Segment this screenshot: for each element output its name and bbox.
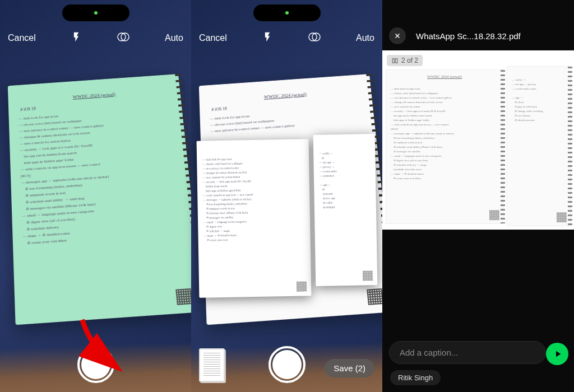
svg-point-3: [312, 33, 320, 41]
notebook-title: WWDC 2024 (actual): [73, 91, 116, 99]
notebook-subtitle: # iOS 18: [20, 106, 36, 112]
caption-input[interactable]: Add a caption...: [389, 341, 546, 364]
svg-rect-5: [396, 58, 397, 63]
notebook-subtitle: # iOS 18: [211, 106, 227, 112]
notebook-title: WWDC 2024 (actual): [264, 91, 307, 99]
notebook-page-highlighted: WWDC 2024 (actual) # iOS 18 — dark look …: [8, 74, 204, 325]
camera-screen-1: Cancel Auto WWDC 2024 (actual) # iOS 18 …: [0, 0, 191, 392]
page-indicator-text: 2 of 2: [401, 57, 418, 64]
camera-active-indicator: [285, 11, 289, 15]
recipient-chip[interactable]: Ritik Singh: [390, 370, 441, 385]
color-filter-icon[interactable]: [117, 30, 130, 46]
qr-code-icon: [175, 288, 192, 305]
dynamic-island: [253, 4, 321, 21]
shutter-button[interactable]: [269, 346, 305, 383]
scanned-page-preview-left: — dark look for app icons — choose color…: [197, 139, 312, 297]
flash-icon[interactable]: [71, 31, 82, 45]
svg-point-1: [121, 33, 129, 41]
cancel-button[interactable]: Cancel: [199, 33, 227, 43]
caption-placeholder: Add a caption...: [400, 348, 458, 357]
scan-thumbnail[interactable]: [199, 348, 225, 382]
shutter-inner: [81, 350, 110, 379]
whatsapp-attachment-screen: WhatsApp Sc...18.28.32.pdf 2 of 2 WWDC 2…: [382, 0, 574, 392]
camera-active-indicator: [94, 11, 98, 15]
close-button[interactable]: [389, 27, 406, 44]
doc-title: WWDC 2024 (actual): [427, 74, 462, 79]
qr-code-icon: [557, 212, 567, 222]
qr-code-icon: [489, 210, 499, 220]
pdf-page-right: — wallet → — siri app → privacy — events…: [507, 66, 571, 226]
qr-code-icon: [297, 281, 307, 291]
whatsapp-header: WhatsApp Sc...18.28.32.pdf: [382, 24, 574, 48]
auto-mode-button[interactable]: Auto: [356, 33, 374, 43]
notebook-spiral: [568, 67, 572, 226]
doc-content: — dark look for app icons — choose color…: [391, 87, 497, 181]
dynamic-island: [62, 4, 129, 21]
shutter-button[interactable]: [77, 346, 114, 383]
page-indicator: 2 of 2: [387, 55, 423, 66]
shutter-inner: [272, 350, 302, 379]
qr-code-icon: [363, 270, 373, 281]
flash-icon[interactable]: [262, 31, 273, 45]
notebook-content: — dark look for app icons — choose color…: [18, 105, 188, 282]
send-button[interactable]: [546, 343, 568, 365]
color-filter-icon[interactable]: [308, 30, 321, 46]
auto-mode-button[interactable]: Auto: [165, 33, 183, 43]
svg-point-0: [118, 33, 126, 41]
camera-top-toolbar: Cancel Auto: [0, 28, 191, 48]
scan-content: — dark look for app icons — choose color…: [202, 156, 305, 269]
pdf-page-left: WWDC 2024 (actual) — dark look for app i…: [386, 69, 503, 224]
save-button[interactable]: Save (2): [325, 359, 374, 377]
scan-content: — wallet → ⊘ — siri app → — privacy → — …: [319, 151, 371, 264]
pdf-preview[interactable]: 2 of 2 WWDC 2024 (actual) — dark look fo…: [382, 50, 574, 230]
svg-rect-4: [392, 58, 394, 63]
camera-screen-2: Cancel Auto WWDC 2024 (actual) # iOS 18 …: [191, 0, 382, 392]
cancel-button[interactable]: Cancel: [8, 33, 36, 43]
camera-top-toolbar: Cancel Auto: [191, 28, 382, 48]
scanned-page-preview-right: — wallet → ⊘ — siri app → — privacy → — …: [313, 134, 378, 286]
filename-label: WhatsApp Sc...18.28.32.pdf: [416, 31, 521, 41]
qr-code-icon: [367, 288, 383, 305]
doc-content: — wallet → — siri app → privacy — events…: [512, 78, 564, 123]
notebook-spiral: [501, 70, 505, 223]
svg-point-2: [309, 33, 317, 41]
